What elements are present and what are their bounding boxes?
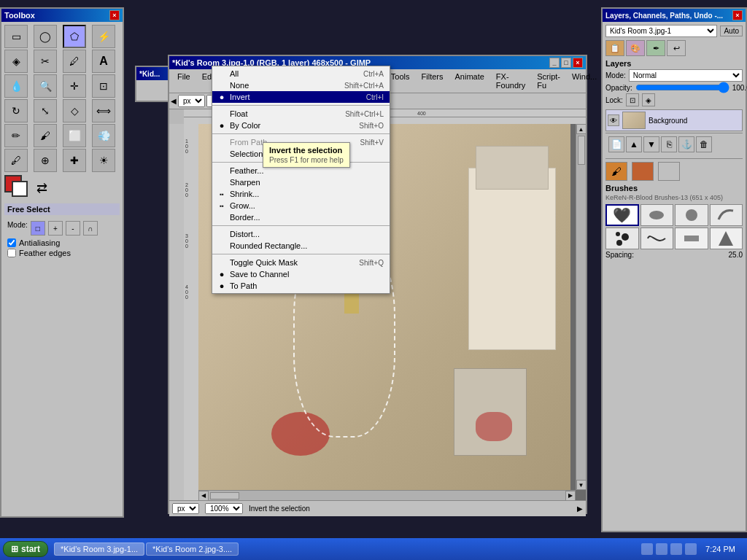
layer-entry-background[interactable]: 👁 Background [605, 109, 743, 131]
animate-menu[interactable]: Animate [449, 71, 489, 91]
duplicate-layer-button[interactable]: ⎘ [661, 136, 677, 152]
filters-menu[interactable]: Filters [417, 71, 449, 91]
opacity-slider[interactable] [635, 83, 729, 92]
menu-item-invert[interactable]: ● Invert Ctrl+I [212, 91, 390, 103]
crop-tool[interactable]: ⊡ [92, 74, 115, 98]
tray-icon-4[interactable] [685, 543, 697, 555]
heal-tool[interactable]: ✚ [63, 149, 86, 172]
color-picker-tool[interactable]: 💧 [4, 74, 28, 98]
lock-pixels-button[interactable]: ⊡ [626, 93, 639, 106]
lower-layer-button[interactable]: ▼ [643, 136, 659, 152]
menu-item-save-to-channel[interactable]: ● Save to Channel [212, 268, 390, 280]
vertical-scrollbar[interactable]: ▲ ▼ [576, 124, 586, 490]
tray-icon-3[interactable] [670, 543, 682, 555]
menu-item-grow[interactable]: ▪▪ Grow... [212, 200, 390, 211]
mode-intersect-button[interactable]: ∩ [83, 221, 98, 236]
start-button[interactable]: ⊞ start [3, 541, 48, 557]
magnify-tool[interactable]: 🔍 [34, 74, 57, 98]
file-menu[interactable]: File [172, 71, 196, 91]
taskbar-item-1[interactable]: *Kid's Room 2.jpg-3.... [146, 542, 239, 556]
clone-tool[interactable]: ⊕ [34, 149, 57, 172]
layers-panel-close-button[interactable]: × [732, 10, 743, 20]
tray-icon-2[interactable] [656, 543, 667, 555]
layers-tab-icon[interactable]: 📋 [605, 40, 624, 56]
scroll-thumb-h[interactable] [210, 492, 239, 499]
gimp-max-button[interactable]: □ [561, 58, 571, 68]
fx-foundry-menu[interactable]: FX-Foundry [491, 71, 530, 91]
canvas-size-navigate[interactable]: ▶ [577, 505, 583, 513]
undo-tab-icon[interactable]: ↩ [667, 40, 686, 56]
brush-item-8[interactable] [710, 228, 743, 249]
feather-edges-checkbox[interactable] [7, 249, 16, 257]
menu-item-border[interactable]: Border... [212, 211, 390, 223]
brush-item-2[interactable] [640, 204, 674, 226]
scroll-thumb-v[interactable] [578, 136, 585, 165]
gimp-close-button[interactable]: × [573, 58, 583, 68]
scroll-track-h[interactable] [209, 491, 565, 501]
brush-swatch-3[interactable] [658, 162, 680, 181]
lock-alpha-button[interactable]: ◈ [642, 93, 655, 106]
menu-item-float[interactable]: Float Shift+Ctrl+L [212, 108, 390, 120]
scroll-track-v[interactable] [576, 134, 587, 480]
statusbar-zoom-select[interactable]: 100% [205, 503, 243, 514]
antialiasing-checkbox[interactable] [7, 238, 16, 247]
script-fu-menu[interactable]: Script-Fu [532, 71, 565, 91]
background-color[interactable] [12, 181, 28, 197]
airbrush-tool[interactable]: 💨 [92, 124, 115, 147]
layers-file-select[interactable]: Kid's Room 3.jpg-1 [605, 25, 717, 37]
scale-tool[interactable]: ⤡ [34, 99, 57, 122]
units-select[interactable]: px [178, 95, 205, 107]
wind-menu[interactable]: Wind... [567, 71, 602, 91]
mode-subtract-button[interactable]: - [66, 221, 80, 236]
paths-tool[interactable]: 🖊 [63, 50, 86, 73]
brush-item-6[interactable] [640, 228, 674, 249]
raise-layer-button[interactable]: ▲ [626, 136, 642, 152]
new-layer-button[interactable]: 📄 [608, 136, 624, 152]
scroll-up-arrow[interactable]: ▲ [576, 124, 587, 134]
brush-item-3[interactable] [675, 204, 708, 226]
text-tool[interactable]: A [92, 50, 115, 73]
menu-item-rounded-rect[interactable]: Rounded Rectangle... [212, 240, 390, 252]
toolbar-navigate-back[interactable]: ◀ [171, 97, 177, 105]
paintbrush-tool[interactable]: 🖌 [34, 124, 57, 147]
ellipse-select-tool[interactable]: ◯ [34, 25, 57, 48]
rotate-tool[interactable]: ↻ [4, 99, 28, 122]
scroll-right-arrow[interactable]: ▶ [565, 491, 576, 501]
anchor-layer-button[interactable]: ⚓ [678, 136, 694, 152]
brush-item-1[interactable]: 🖤 [605, 204, 639, 226]
menu-item-none[interactable]: None Shift+Ctrl+A [212, 79, 390, 91]
fuzzy-select-tool[interactable]: ⚡ [92, 25, 115, 48]
menu-item-by-color[interactable]: ● By Color Shift+O [212, 120, 390, 131]
toolbox-close-button[interactable]: × [109, 10, 120, 20]
menu-item-toggle-quick-mask[interactable]: Toggle Quick Mask Shift+Q [212, 257, 390, 268]
free-select-tool[interactable]: ⬠ [63, 25, 86, 48]
scissors-tool[interactable]: ✂ [34, 50, 57, 73]
ink-tool[interactable]: 🖋 [4, 149, 28, 172]
auto-button[interactable]: Auto [720, 26, 743, 36]
flip-tool[interactable]: ⟺ [92, 99, 115, 122]
brush-item-5[interactable] [605, 228, 639, 249]
menu-item-distort[interactable]: Distort... [212, 228, 390, 240]
menu-item-to-path[interactable]: ● To Path [212, 280, 390, 292]
brush-swatch-1[interactable]: 🖌 [605, 162, 627, 181]
menu-item-shrink[interactable]: ▪▪ Shrink... [212, 188, 390, 200]
layer-mode-select[interactable]: Normal [629, 69, 743, 82]
brush-item-4[interactable] [710, 204, 743, 226]
scroll-down-arrow[interactable]: ▼ [576, 480, 587, 490]
brush-item-7[interactable] [675, 228, 708, 249]
menu-item-all[interactable]: All Ctrl+A [212, 68, 390, 79]
delete-layer-button[interactable]: 🗑 [696, 136, 712, 152]
swap-colors-button[interactable]: ⇄ [36, 180, 47, 196]
gimp-min-button[interactable]: _ [549, 58, 560, 68]
statusbar-units-select[interactable]: px [172, 503, 199, 514]
layer-visibility-eye[interactable]: 👁 [608, 114, 619, 126]
brush-swatch-2[interactable] [632, 162, 654, 181]
pencil-tool[interactable]: ✏ [4, 124, 28, 147]
move-tool[interactable]: ✛ [63, 74, 86, 98]
menu-item-sharpen[interactable]: Sharpen [212, 176, 390, 188]
rect-select-tool[interactable]: ▭ [4, 25, 28, 48]
select-by-color-tool[interactable]: ◈ [4, 50, 28, 73]
paths-tab-icon[interactable]: ✒ [646, 40, 665, 56]
tray-icon-1[interactable] [641, 543, 653, 555]
eraser-tool[interactable]: ⬜ [63, 124, 86, 147]
